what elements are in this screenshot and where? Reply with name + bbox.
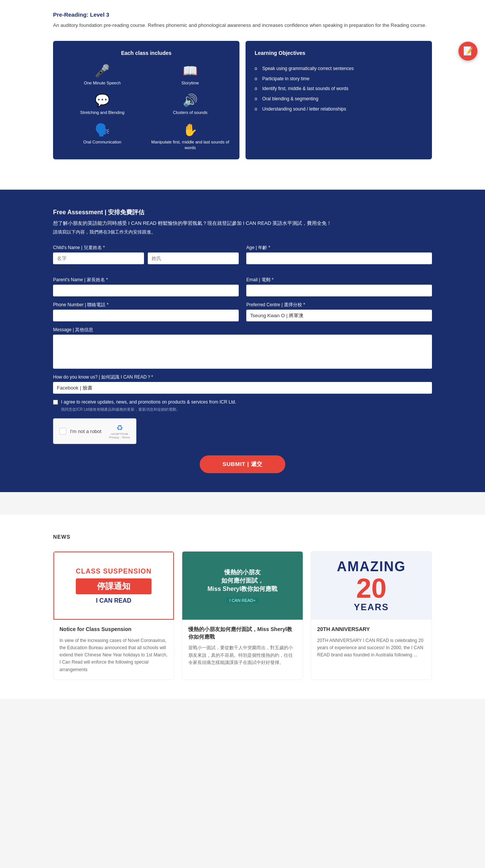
news-card-3-image: AMAZING 20 YEARS (311, 552, 432, 620)
submit-button[interactable]: SUBMIT | 遞交 (200, 455, 285, 473)
learning-objectives-card: Learning Objectives Speak using grammati… (246, 41, 432, 159)
message-group: Message | 其他信息 (53, 327, 432, 369)
email-group: Email | 電郵 * (246, 277, 432, 296)
objective-item: Participate in story time (255, 74, 423, 84)
icon-item-manipulate: ✋ Manipulate first, middle and last soun… (150, 123, 230, 150)
message-input[interactable] (53, 335, 432, 369)
centre-label: Preferred Centre | 選擇分校 * (246, 302, 432, 308)
how-group: How do you know us? | 如何認識 I CAN READ？* (53, 374, 432, 394)
anniversary-visual: AMAZING 20 YEARS (337, 559, 406, 612)
floating-action-button[interactable]: 📝 (458, 42, 477, 61)
objective-item: Understanding sound / letter relationshi… (255, 104, 423, 114)
objective-item: Identify first, middle & last sounds of … (255, 84, 423, 94)
recaptcha-label: I'm not a robot (70, 429, 102, 434)
last-label: Last (67, 265, 77, 271)
phone-input[interactable] (53, 310, 239, 321)
how-input[interactable] (53, 382, 432, 394)
oral-icon: 🗣️ (95, 123, 110, 137)
news-section: NEWS CLASS SUSPENSION 停課通知 I CAN READ No… (0, 515, 485, 699)
recaptcha-box[interactable]: I'm not a robot ♻ reCAPTCHAPrivacy - Ter… (53, 418, 136, 444)
form-row-3: Phone Number | 聯絡電話 * Preferred Centre |… (53, 302, 432, 321)
manipulate-icon: ✋ (183, 123, 198, 137)
edit-icon: 📝 (463, 46, 473, 56)
email-label: Email | 電郵 * (246, 277, 432, 283)
news-card-1-heading: Notice for Class Suspension (59, 626, 168, 633)
icon-item-oral: 🗣️ Oral Communication (62, 123, 142, 150)
email-input[interactable] (246, 285, 432, 296)
objective-item: Oral blending & segmenting (255, 94, 423, 104)
sheryl-img-title: 慢熱的小朋友如何應付面試，Miss Sheryl教你如何應戰 (208, 568, 278, 594)
icanread-logo-2: I CAN READ+ (226, 597, 258, 603)
storytime-icon: 📖 (183, 64, 198, 78)
news-card-2-body: 慢熱的小朋友如何應付面試，Miss Sheryl教你如何應戰 迎戰小一面試，要從… (182, 620, 303, 672)
age-label: Age | 年齡 * (246, 245, 432, 251)
suspension-cn: 停課通知 (76, 578, 152, 594)
icon-item-storytime: 📖 Storytime (150, 64, 230, 86)
news-card-3-body: 20TH ANNIVERSARY 20TH ANNIVERSARY I CAN … (311, 620, 432, 665)
form-title: Free Assessment | 安排免費評估 (53, 209, 432, 217)
page-description: An auditory foundation pre-reading cours… (53, 22, 432, 30)
sounds-icon: 🔊 (183, 93, 198, 108)
checkbox-row: I agree to receive updates, news, and pr… (53, 399, 432, 412)
icon-label-blending: Stretching and Blending (80, 110, 125, 115)
amazing-text: AMAZING (337, 559, 406, 575)
icr-logo-1: I CAN READ (76, 597, 152, 604)
top-section: Pre-Reading: Level 3 An auditory foundat… (0, 0, 485, 175)
suspension-text: CLASS SUSPENSION (76, 567, 152, 575)
news-cards-row: CLASS SUSPENSION 停課通知 I CAN READ Notice … (53, 551, 432, 680)
parent-name-input[interactable] (53, 285, 239, 296)
news-card-3-heading: 20TH ANNIVERSARY (317, 626, 426, 633)
recaptcha-logo: ♻ reCAPTCHAPrivacy - Terms (109, 423, 130, 439)
checkbox-sublabel: 我同意從ICR Ltd接收有關產品和服務的更新，最新消息和促銷的電郵。 (61, 407, 236, 412)
page-title: Pre-Reading: Level 3 (53, 11, 432, 18)
form-note: 請填寫以下內容，我們將在3個工作天內安排跟進。 (53, 229, 432, 235)
parent-name-label: Parent's Name | 家長姓名 * (53, 277, 239, 283)
objectives-list: Speak using grammatically correct senten… (255, 64, 423, 114)
years-number: 20 (337, 575, 406, 602)
age-group: Age | 年齡 * (246, 245, 432, 271)
news-card-2-image: 慢熱的小朋友如何應付面試，Miss Sheryl教你如何應戰 I CAN REA… (182, 552, 303, 620)
recaptcha-icon: ♻ (109, 423, 130, 432)
child-name-label: Child's Name | 兒童姓名 * (53, 245, 239, 251)
icon-label-speech: One Minute Speech (84, 80, 120, 86)
age-input[interactable] (246, 252, 432, 264)
phone-label: Phone Number | 聯絡電話 * (53, 302, 239, 308)
form-row-1: Child's Name | 兒童姓名 * First Last Age | 年… (53, 245, 432, 271)
news-card-2-text: 迎戰小一面試，要從數千人中突圍而出，對五歲的小朋友來說，真的不容易。特別是個性慢… (188, 644, 297, 666)
recaptcha-left: I'm not a robot (59, 428, 102, 435)
phone-group: Phone Number | 聯絡電話 * (53, 302, 239, 321)
form-section: Free Assessment | 安排免費評估 想了解小朋友的英語能力同時感受… (0, 190, 485, 492)
each-class-title: Each class includes (62, 50, 230, 56)
years-label: YEARS (337, 602, 406, 612)
parent-name-group: Parent's Name | 家長姓名 * (53, 277, 239, 296)
speech-icon: 🎤 (95, 64, 110, 78)
message-label: Message | 其他信息 (53, 327, 432, 333)
each-class-card: Each class includes 🎤 One Minute Speech … (53, 41, 239, 159)
agree-checkbox[interactable] (53, 400, 58, 405)
news-section-title: NEWS (53, 534, 432, 540)
form-row-2: Parent's Name | 家長姓名 * Email | 電郵 * (53, 277, 432, 296)
centre-input[interactable] (246, 310, 432, 321)
blending-icon: 💬 (95, 93, 110, 108)
centre-group: Preferred Centre | 選擇分校 * (246, 302, 432, 321)
news-card-1: CLASS SUSPENSION 停課通知 I CAN READ Notice … (53, 551, 174, 680)
suspension-badge: CLASS SUSPENSION 停課通知 I CAN READ (76, 567, 152, 604)
news-card-1-text: In view of the increasing cases of Novel… (59, 637, 168, 673)
icon-label-manipulate: Manipulate first, middle and last sounds… (150, 139, 230, 150)
icons-grid: 🎤 One Minute Speech 📖 Storytime 💬 Stretc… (62, 64, 230, 150)
checkbox-label: I agree to receive updates, news, and pr… (61, 399, 236, 405)
cards-row: Each class includes 🎤 One Minute Speech … (53, 41, 432, 159)
news-card-3: AMAZING 20 YEARS 20TH ANNIVERSARY 20TH A… (311, 551, 432, 680)
news-card-2-heading: 慢熱的小朋友如何應付面試，Miss Sheryl教你如何應戰 (188, 626, 297, 640)
icon-label-oral: Oral Communication (83, 139, 121, 145)
recaptcha-checkbox[interactable] (59, 428, 66, 435)
how-label: How do you know us? | 如何認識 I CAN READ？* (53, 374, 432, 380)
icon-item-blending: 💬 Stretching and Blending (62, 93, 142, 115)
first-label: First (53, 265, 63, 271)
news-card-1-body: Notice for Class Suspension In view of t… (53, 620, 174, 679)
icon-label-sounds: Clusters of sounds (173, 110, 207, 115)
last-name-input[interactable] (148, 252, 239, 264)
first-name-input[interactable] (53, 252, 144, 264)
icon-item-sounds: 🔊 Clusters of sounds (150, 93, 230, 115)
child-name-group: Child's Name | 兒童姓名 * First Last (53, 245, 239, 271)
